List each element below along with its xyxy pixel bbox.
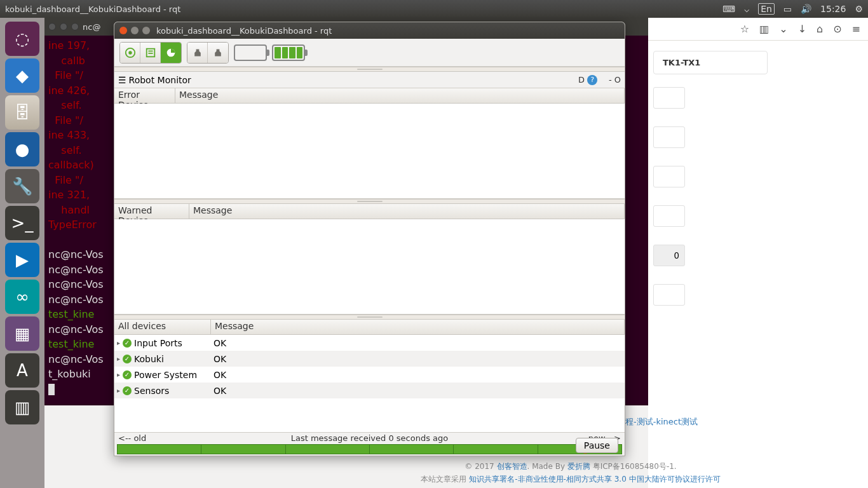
launcher-screenshot[interactable]: ▦ (5, 316, 39, 351)
device-name: Sensors (134, 386, 169, 396)
error-col-device[interactable]: Error Device (114, 88, 175, 103)
form-input-1[interactable] (653, 87, 685, 109)
gear-icon[interactable]: ⚙ (855, 4, 863, 14)
home-icon[interactable]: ⌂ (817, 23, 823, 35)
launcher-arduino[interactable]: ∞ (5, 280, 39, 314)
minimize-icon[interactable] (60, 23, 67, 30)
table-row[interactable]: ▸✓Power System OK (114, 367, 625, 383)
form-input-5[interactable] (653, 245, 685, 266)
ok-status-icon: ✓ (123, 339, 132, 348)
pause-button[interactable]: Pause (576, 438, 618, 453)
monitor-button[interactable] (161, 43, 181, 63)
page-link[interactable]: 程-测试-kinect测试 (625, 416, 698, 428)
reader-icon[interactable]: ▥ (759, 23, 769, 35)
browser-body: TK1-TX1 (648, 41, 868, 316)
table-row[interactable]: ▸✓Input Ports OK (114, 335, 625, 351)
maximize-icon[interactable] (71, 23, 79, 30)
rqt-footer: <-- old Last message received 0 seconds … (114, 432, 625, 456)
expand-icon[interactable]: ▸ (117, 371, 120, 378)
all-devices-body[interactable]: ▸✓Input Ports OK ▸✓Kobuki OK ▸✓Power Sys… (114, 335, 625, 432)
launcher-settings[interactable]: 🔧 (5, 169, 39, 203)
warn-col-device[interactable]: Warned Device (114, 204, 189, 219)
ok-status-icon: ✓ (123, 386, 132, 395)
warn-table-body[interactable] (114, 219, 625, 314)
all-col-device[interactable]: All devices (114, 320, 211, 334)
stack-icon: ☰ (118, 75, 126, 85)
laptop-battery-icon (234, 44, 267, 61)
splitter[interactable] (114, 315, 625, 320)
expand-icon[interactable]: ▸ (117, 355, 120, 362)
warn-col-message[interactable]: Message (189, 204, 625, 219)
close-icon[interactable] (48, 23, 56, 30)
timeline-bar[interactable] (117, 444, 622, 454)
launcher-kodi[interactable]: ◆ (5, 58, 39, 93)
device-msg: OK (211, 370, 226, 380)
rqt-titlebar: kobuki_dashboard__KobukiDashboard - rqt (114, 22, 625, 39)
help-icon[interactable]: ? (587, 75, 597, 85)
pocket-icon[interactable]: ⌄ (779, 23, 787, 35)
footer-link-3[interactable]: 知识共享署名-非商业性使用-相同方式共享 3.0 中国大陆许可协议进行许可 (469, 475, 720, 484)
footer-link-2[interactable]: 爱折腾 (567, 462, 590, 471)
device-name: Input Ports (134, 338, 182, 348)
wifi-icon[interactable]: ⌵ (744, 4, 749, 14)
chat-icon[interactable]: ⊙ (833, 23, 841, 35)
close-icon[interactable] (119, 27, 127, 34)
motor-off-button[interactable] (208, 43, 228, 63)
error-col-message[interactable]: Message (175, 88, 625, 103)
form-input-6[interactable] (653, 284, 685, 306)
terminal-title: nc@ (83, 22, 100, 32)
o-label[interactable]: O (614, 75, 621, 85)
downloads-icon[interactable]: ↓ (798, 23, 806, 35)
rqt-title: kobuki_dashboard__KobukiDashboard - rqt (156, 26, 332, 36)
expand-icon[interactable]: ▸ (117, 387, 120, 394)
svg-point-1 (128, 51, 132, 54)
system-indicators: ⌨ ⌵ En ▭ 🔊 15:26 ⚙ (722, 3, 863, 15)
sidebar-card[interactable]: TK1-TX1 (653, 51, 768, 74)
table-row[interactable]: ▸✓Sensors OK (114, 383, 625, 398)
unity-launcher: ◌ ◆ 🗄 ● 🔧 >_ ▶ ∞ ▦ A ▥ (0, 18, 44, 488)
form-input-4[interactable] (653, 205, 685, 227)
timeline-status: Last message received 0 seconds ago (117, 433, 622, 443)
launcher-devices[interactable]: ▥ (5, 390, 39, 424)
splitter[interactable] (114, 67, 625, 72)
error-table-body[interactable] (114, 104, 625, 198)
robot-monitor-header: ☰ Robot Monitor D ? - O (114, 72, 625, 88)
launcher-files[interactable]: 🗄 (5, 95, 39, 130)
input-method-indicator[interactable]: En (758, 3, 775, 15)
form-input-3[interactable] (653, 166, 685, 187)
motor-on-button[interactable] (187, 43, 208, 63)
launcher-dash[interactable]: ◌ (5, 22, 39, 56)
hamburger-menu-icon[interactable]: ≡ (852, 23, 860, 35)
maximize-icon[interactable] (142, 27, 150, 34)
dash-label[interactable]: - (609, 75, 612, 85)
robot-monitor-label: Robot Monitor (129, 75, 191, 85)
launcher-software-updater[interactable]: A (5, 353, 39, 388)
diagnostics-button[interactable] (120, 43, 140, 63)
sound-icon[interactable]: 🔊 (801, 4, 811, 14)
rqt-window[interactable]: kobuki_dashboard__KobukiDashboard - rqt … (114, 22, 625, 456)
launcher-media-player[interactable]: ▶ (5, 243, 39, 277)
battery-icon[interactable]: ▭ (783, 4, 792, 14)
warn-table: Warned Device Message (114, 204, 625, 315)
minimize-icon[interactable] (131, 27, 139, 34)
form-input-2[interactable] (653, 126, 685, 148)
window-title: kobuki_dashboard__KobukiDashboard - rqt (5, 4, 722, 14)
launcher-terminal[interactable]: >_ (5, 206, 39, 240)
system-top-bar: kobuki_dashboard__KobukiDashboard - rqt … (0, 0, 868, 18)
console-button[interactable] (140, 43, 161, 63)
table-row[interactable]: ▸✓Kobuki OK (114, 351, 625, 367)
keyboard-icon[interactable]: ⌨ (722, 4, 735, 14)
bookmark-star-icon[interactable]: ☆ (740, 23, 749, 35)
robot-battery-icon (272, 44, 305, 61)
device-msg: OK (211, 338, 226, 348)
device-msg: OK (211, 354, 226, 364)
footer-link-1[interactable]: 创客智造 (497, 462, 527, 471)
ok-status-icon: ✓ (123, 370, 132, 379)
browser-toolbar: ☆ ▥ ⌄ ↓ ⌂ ⊙ ≡ (648, 18, 868, 41)
clock[interactable]: 15:26 (820, 4, 846, 14)
launcher-firefox[interactable]: ● (5, 132, 39, 166)
all-col-message[interactable]: Message (211, 320, 625, 334)
splitter[interactable] (114, 199, 625, 204)
expand-icon[interactable]: ▸ (117, 339, 120, 346)
d-label[interactable]: D (578, 75, 585, 85)
